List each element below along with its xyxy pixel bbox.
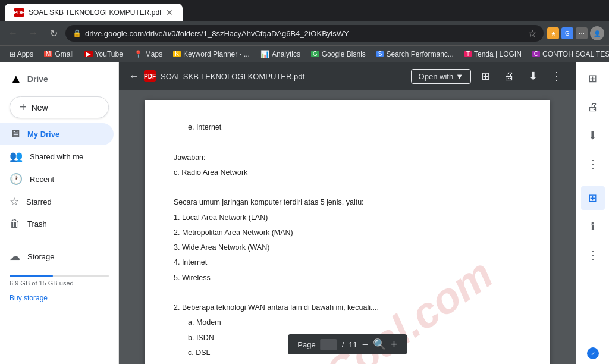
open-with-btn[interactable]: Open with ▼ (411, 69, 471, 84)
bm-youtube[interactable]: ▶ YouTube (80, 49, 128, 59)
bm-keyword[interactable]: K Keyword Planner - ... (168, 49, 255, 59)
back-btn[interactable]: ← (5, 25, 21, 42)
pdf-q2: 2. Beberapa teknologi WAN antara lain di… (174, 302, 521, 314)
side-panel-download-btn[interactable]: ⬇ (581, 124, 605, 148)
pdf-area: ← PDF SOAL SKB TEKNOLOGI KOMPUTER.pdf Op… (119, 62, 576, 364)
pdf-jawaban-label-1: Jawaban: (174, 152, 521, 164)
pdf-download-btn[interactable]: ⬇ (523, 67, 542, 86)
sidebar-item-recent[interactable]: 🕐 Recent (0, 168, 114, 190)
extension-icons: ★ G ⋯ 👤 (547, 26, 604, 40)
forward-btn[interactable]: → (25, 25, 42, 42)
page-input[interactable]: 1 (321, 339, 337, 350)
side-panel-grid-btn[interactable]: ⊞ (581, 67, 605, 90)
pdf-print-btn[interactable]: 🖨 (500, 67, 519, 86)
tab-close-btn[interactable]: ✕ (166, 8, 173, 17)
pdf-toolbar: ← PDF SOAL SKB TEKNOLOGI KOMPUTER.pdf Op… (119, 62, 576, 90)
pdf-q2-d: d. Frame Relay (188, 362, 521, 364)
storage-fill (10, 275, 53, 277)
recent-label: Recent (30, 175, 54, 184)
browser-chrome: PDF SOAL SKB TEKNOLOGI KOMPUTER.pdf ✕ ← … (0, 0, 609, 62)
drive-logo: ▲ Drive (0, 67, 118, 92)
page-nav: Page 1 / 11 − 🔍 + (288, 334, 407, 354)
pdf-title: SOAL SKB TEKNOLOGI KOMPUTER.pdf (161, 72, 406, 81)
sidebar-item-trash[interactable]: 🗑 Trash (0, 213, 114, 235)
tab-bar: PDF SOAL SKB TEKNOLOGI KOMPUTER.pdf ✕ (0, 0, 609, 21)
page-zoom-in-btn[interactable]: + (391, 338, 397, 351)
tab-title: SOAL SKB TEKNOLOGI KOMPUTER.pdf (29, 8, 161, 17)
pdf-toolbar-right: ⊞ 🖨 ⬇ ⋮ (476, 67, 566, 86)
bm-analytics[interactable]: 📊 Analytics (256, 49, 305, 59)
bookmarks-bar: ⊞ Apps M Gmail ▶ YouTube 📍 Maps K Keywor… (0, 45, 609, 62)
pdf-explanation: Secara umum jaringan komputer terdiri at… (174, 196, 521, 209)
ext-icon-2[interactable]: G (561, 27, 573, 39)
bm-tenda[interactable]: T Tenda | LOGIN (460, 49, 526, 59)
ext-icon-3[interactable]: ⋯ (576, 27, 588, 39)
bm-contoh[interactable]: C CONTOH SOAL TES... (528, 49, 609, 59)
mydrive-icon: 🖥 (10, 128, 20, 140)
ext-icon-avatar[interactable]: 👤 (590, 26, 604, 40)
storage-bar (10, 275, 109, 277)
pdf-content[interactable]: LatihanSoal.com e. Internet Jawaban: c. … (119, 90, 576, 364)
side-panel-chat-btn[interactable]: ⋮ (581, 243, 605, 267)
address-bar-row: ← → ↻ 🔒 drive.google.com/drive/u/0/folde… (0, 21, 609, 45)
side-panel-print-btn[interactable]: 🖨 (581, 95, 605, 119)
storage-info: 6.9 GB of 15 GB used (0, 268, 118, 291)
reload-btn[interactable]: ↻ (45, 25, 62, 42)
main-area: ▲ Drive + New 🖥 My Drive 👥 Shared with m… (0, 62, 609, 364)
page-label: Page (297, 340, 315, 349)
side-panel-avatar: ✓ (587, 347, 599, 359)
storage-label: 6.9 GB of 15 GB used (10, 280, 74, 287)
storage-item-label: Storage (27, 252, 55, 261)
pdf-list3: 3. Wide Area Network (WAN) (174, 241, 521, 254)
page-zoom-out-btn[interactable]: − (362, 338, 369, 351)
side-panel: ⊞ 🖨 ⬇ ⋮ ⊞ ℹ ⋮ ✓ (576, 62, 609, 364)
new-label: New (32, 103, 48, 112)
page-separator: / (342, 340, 344, 349)
drive-sidebar: ▲ Drive + New 🖥 My Drive 👥 Shared with m… (0, 62, 119, 364)
url-text: drive.google.com/drive/u/0/folders/1_8sz… (85, 29, 525, 38)
starred-icon: ☆ (10, 195, 19, 208)
open-with-chevron: ▼ (456, 72, 463, 81)
sidebar-item-shared[interactable]: 👥 Shared with me (0, 145, 114, 168)
side-panel-info-btn[interactable]: ⊞ (581, 186, 605, 210)
trash-icon: 🗑 (10, 218, 20, 230)
active-tab[interactable]: PDF SOAL SKB TEKNOLOGI KOMPUTER.pdf ✕ (5, 4, 183, 21)
ext-icon-1[interactable]: ★ (547, 27, 559, 39)
new-button[interactable]: + New (10, 96, 109, 118)
recent-icon: 🕐 (10, 172, 23, 186)
trash-label: Trash (27, 219, 47, 228)
bm-apps[interactable]: ⊞ Apps (5, 49, 38, 59)
sidebar-item-mydrive[interactable]: 🖥 My Drive (0, 123, 114, 145)
pdf-list5: 5. Wireless (174, 272, 521, 284)
pdf-favicon: PDF (144, 70, 156, 82)
pdf-text-content: e. Internet Jawaban: c. Radio Area Netwo… (174, 121, 521, 364)
pdf-back-btn[interactable]: ← (128, 70, 139, 83)
storage-icon: ☁ (10, 250, 20, 263)
starred-label: Starred (26, 197, 52, 206)
pdf-list4: 4. Internet (174, 256, 521, 269)
sidebar-divider (0, 240, 118, 240)
page-total: 11 (349, 340, 357, 349)
side-panel-info2-btn[interactable]: ℹ (581, 215, 605, 239)
pdf-answer-c-radio: c. Radio Area Network (174, 167, 521, 179)
pdf-list1: 1. Local Area Network (LAN) (174, 212, 521, 224)
bookmark-star-icon[interactable]: ☆ (528, 28, 536, 39)
bm-gmail[interactable]: M Gmail (39, 49, 79, 59)
buy-storage-link[interactable]: Buy storage (0, 291, 118, 305)
bm-maps[interactable]: 📍 Maps (129, 49, 167, 59)
lock-icon: 🔒 (73, 29, 81, 37)
pdf-line-e-internet: e. Internet (188, 121, 521, 134)
plus-icon: + (20, 101, 27, 114)
bm-bisnis[interactable]: G Google Bisnis (306, 49, 371, 59)
address-box[interactable]: 🔒 drive.google.com/drive/u/0/folders/1_8… (65, 25, 544, 42)
pdf-more-btn[interactable]: ⋮ (547, 67, 566, 86)
mydrive-label: My Drive (27, 130, 59, 139)
pdf-grid-btn[interactable]: ⊞ (476, 67, 495, 86)
page-zoom-icon: 🔍 (373, 338, 386, 351)
sidebar-item-starred[interactable]: ☆ Starred (0, 190, 114, 213)
bm-search-perf[interactable]: S Search Performanc... (372, 49, 459, 59)
sidebar-item-storage[interactable]: ☁ Storage (0, 245, 114, 268)
shared-label: Shared with me (30, 152, 83, 161)
pdf-q2-a: a. Modem (188, 316, 521, 329)
side-panel-more-btn[interactable]: ⋮ (581, 152, 605, 176)
